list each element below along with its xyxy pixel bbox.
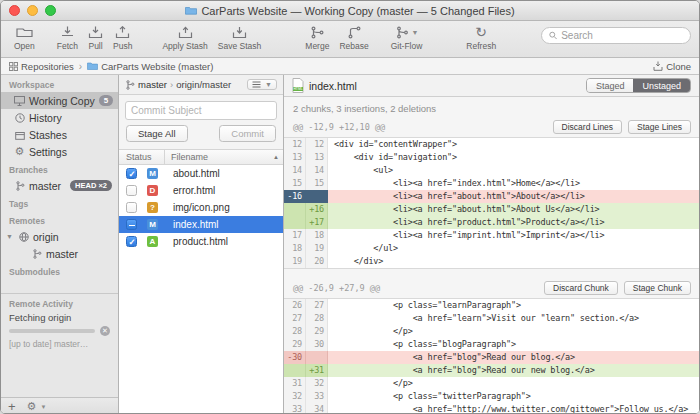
new-line-number: 15	[306, 177, 328, 190]
diff-line[interactable]: 19 20 </div>	[284, 255, 699, 268]
new-line-number	[306, 351, 328, 364]
commit-subject-input[interactable]	[125, 101, 277, 120]
sidebar-item-remote-origin[interactable]: ▼ origin	[1, 228, 118, 245]
sidebar-item-history[interactable]: History	[1, 109, 118, 126]
diff-line[interactable]: 14 14 <ul>	[284, 164, 699, 177]
apply-stash-button[interactable]: Apply Stash	[157, 24, 212, 51]
diff-line[interactable]: 31 32 </p>	[284, 377, 699, 390]
diff-scroll-area[interactable]: 2 chunks, 3 insertions, 2 deletions @@ -…	[284, 97, 699, 414]
repo-folder-icon	[87, 62, 98, 70]
main-content: Workspace Working Copy 5 History Stashes…	[1, 75, 699, 414]
diff-line[interactable]: 18 19 </ul>	[284, 242, 699, 255]
git-flow-icon: ▼	[395, 24, 419, 40]
diff-line[interactable]: 28 29 </p>	[284, 325, 699, 338]
unstaged-tab[interactable]: Unstaged	[633, 79, 690, 92]
add-repository-button[interactable]: +	[8, 400, 16, 413]
cancel-fetch-button[interactable]: ✕	[100, 326, 110, 336]
file-name: error.html	[173, 185, 215, 196]
diff-line[interactable]: -30 <a href="blog">Read our blog.</a>	[284, 351, 699, 364]
zoom-button[interactable]	[45, 5, 56, 16]
breadcrumb-repository[interactable]: CarParts Website (master)	[87, 61, 213, 72]
diff-code: </p>	[328, 377, 699, 390]
file-checkbox[interactable]	[126, 202, 137, 213]
filename-column-header[interactable]: Filename ▲	[165, 150, 283, 164]
sidebar-item-remote-branch-master[interactable]: master	[1, 245, 118, 262]
clone-icon	[653, 61, 663, 71]
minimize-button[interactable]	[27, 5, 38, 16]
diff-line[interactable]: -16 <li><a href="about.html">About</a></…	[284, 190, 699, 203]
diff-line[interactable]: +17 <li><a href="product.html">Product</…	[284, 216, 699, 229]
stage-all-button[interactable]: Stage All	[126, 125, 188, 142]
old-line-number: 14	[284, 164, 306, 177]
clone-button[interactable]: Clone	[653, 61, 691, 72]
diff-line[interactable]: 17 18 <li><a href="imprint.html">Imprint…	[284, 229, 699, 242]
old-line-number	[284, 364, 306, 377]
diff-line[interactable]: 12 12 <div id="contentWrapper">	[284, 138, 699, 151]
refresh-button[interactable]: ↻ Refresh	[461, 24, 501, 51]
section-tags: Tags	[1, 194, 118, 211]
fetch-icon	[60, 24, 75, 40]
pull-button[interactable]: Pull	[83, 24, 108, 51]
file-row[interactable]: M about.html	[119, 165, 283, 182]
diff-code: <p class="learnParagraph">	[328, 299, 699, 312]
stage-button[interactable]: Stage Chunk	[624, 281, 691, 295]
discard-button[interactable]: Discard Lines	[553, 120, 623, 134]
view-options-button[interactable]: ▼	[247, 79, 277, 90]
search-input[interactable]	[561, 30, 683, 41]
diff-line[interactable]: 32 33 <p class="twitterParagraph">	[284, 390, 699, 403]
commit-button[interactable]: Commit	[219, 125, 276, 142]
file-checkbox[interactable]	[126, 219, 137, 230]
discard-button[interactable]: Discard Chunk	[544, 281, 618, 295]
diff-panel: HTML index.html Staged Unstaged 2 chunks…	[284, 75, 699, 414]
search-field[interactable]	[541, 27, 691, 44]
file-row[interactable]: M index.html	[119, 216, 283, 233]
sidebar-item-settings[interactable]: ⚙ Settings	[1, 143, 118, 160]
file-checkbox[interactable]	[126, 236, 137, 247]
file-checkbox[interactable]	[126, 185, 137, 196]
diff-line[interactable]: +16 <li><a href="about.html">About Us</a…	[284, 203, 699, 216]
diff-code: <div id="contentWrapper">	[328, 138, 699, 151]
new-line-number: 13	[306, 151, 328, 164]
merge-icon	[310, 24, 325, 40]
git-flow-button[interactable]: ▼ Git-Flow	[386, 24, 428, 51]
stage-button[interactable]: Stage Lines	[628, 120, 691, 134]
fetch-button[interactable]: Fetch	[52, 24, 83, 51]
file-row[interactable]: A product.html	[119, 233, 283, 250]
new-line-number	[306, 190, 328, 203]
diff-line[interactable]: +31 <a href="blog">Read our new blog.</a…	[284, 364, 699, 377]
diff-code: <div id="navigation">	[328, 151, 699, 164]
diff-line[interactable]: 26 27 <p class="learnParagraph">	[284, 299, 699, 312]
chevron-down-icon: ▼	[412, 29, 419, 36]
sidebar-item-stashes[interactable]: Stashes	[1, 126, 118, 143]
disclosure-triangle-icon[interactable]: ▼	[6, 233, 14, 240]
old-line-number: 28	[284, 325, 306, 338]
refresh-icon: ↻	[475, 24, 487, 40]
sidebar-actions-button[interactable]: ⚙▼	[27, 401, 47, 412]
breadcrumb-repositories[interactable]: Repositories	[9, 61, 74, 72]
staged-tab[interactable]: Staged	[587, 79, 634, 92]
status-column-header[interactable]: Status	[119, 150, 165, 164]
push-button[interactable]: Push	[108, 24, 137, 51]
save-stash-button[interactable]: Save Stash	[213, 24, 266, 51]
diff-line[interactable]: 15 15 <li><a href="index.html">Home</a><…	[284, 177, 699, 190]
svg-text:HTML: HTML	[293, 87, 302, 91]
rebase-button[interactable]: Rebase	[334, 24, 373, 51]
file-name: index.html	[173, 219, 219, 230]
section-remote-activity: Remote Activity	[1, 294, 118, 311]
diff-line[interactable]: 13 13 <div id="navigation">	[284, 151, 699, 164]
file-row[interactable]: D error.html	[119, 182, 283, 199]
remote-activity-panel: Remote Activity Fetching origin ✕ [up to…	[1, 293, 118, 352]
tracking-branch-label: origin/master	[176, 79, 231, 90]
diff-code: <li><a href="product.html">Product</a></…	[328, 216, 699, 229]
file-row[interactable]: ? img/icon.png	[119, 199, 283, 216]
diff-line[interactable]: 33 34 <a href="http://www.twitter.com/gi…	[284, 403, 699, 414]
close-button[interactable]	[9, 5, 20, 16]
sidebar-item-working-copy[interactable]: Working Copy 5	[1, 92, 118, 109]
open-button[interactable]: Open	[9, 24, 40, 51]
diff-code: <p class="twitterParagraph">	[328, 390, 699, 403]
file-checkbox[interactable]	[126, 168, 137, 179]
sidebar-item-branch-master[interactable]: master HEAD ×2	[1, 177, 118, 194]
merge-button[interactable]: Merge	[300, 24, 334, 51]
diff-line[interactable]: 29 30 <p class="blogParagraph">	[284, 338, 699, 351]
diff-line[interactable]: 27 28 <a href="learn">Visit our "learn" …	[284, 312, 699, 325]
